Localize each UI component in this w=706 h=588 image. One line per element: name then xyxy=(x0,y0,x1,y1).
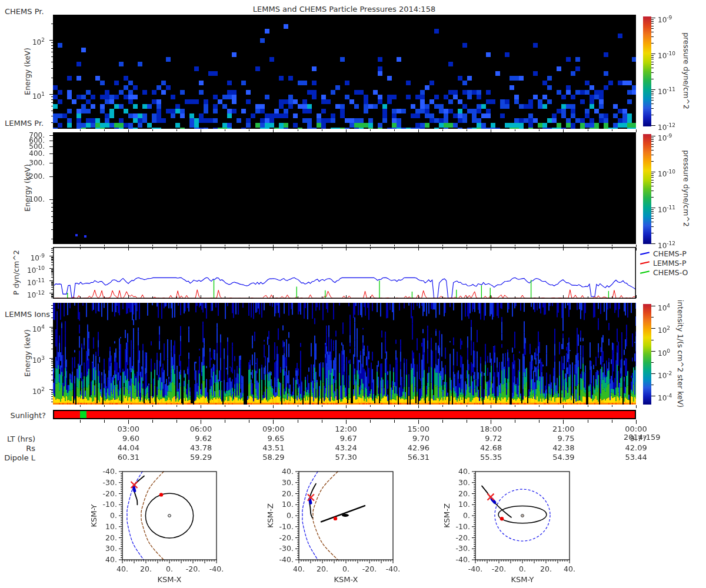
x-axis-label: KSM-Y xyxy=(511,575,534,584)
rs-value: 42.68 xyxy=(449,443,502,452)
x-tick-label: -20. xyxy=(492,564,506,573)
y-tick-label: 30. xyxy=(282,478,294,487)
lt-value: 9.70 xyxy=(377,434,429,443)
rs-value: 43.78 xyxy=(159,443,212,452)
rs-value: 43.51 xyxy=(232,443,285,452)
y-tick-label: 10. xyxy=(458,500,470,509)
y-tick-label: -10. xyxy=(456,522,470,531)
dipole-l-value: 59.29 xyxy=(159,453,212,462)
dipole-l-value: 56.31 xyxy=(377,453,429,462)
dipole-l-value: 55.35 xyxy=(449,453,502,462)
y-tick-label: 30. xyxy=(105,544,117,553)
time-tick-label: 03:00 xyxy=(86,425,139,433)
trajectory xyxy=(482,486,511,517)
lt-value: 9.67 xyxy=(304,434,357,443)
x-tick-label: 0. xyxy=(166,564,173,573)
y-axis-label: KSM-Z xyxy=(266,503,275,528)
y-tick-label: 10. xyxy=(282,500,294,509)
y-tick-label: 20. xyxy=(282,489,294,498)
saturn-rings xyxy=(342,514,348,517)
x-tick-label: -20. xyxy=(186,564,200,573)
y-tick-label: -40. xyxy=(103,467,117,476)
orbit-plot-ksmx-ksmz: 40.20.0.-20.-40.40.30.20.10.0.-10.-20.-3… xyxy=(265,467,412,587)
y-axis-label: KSM-Y xyxy=(89,504,98,527)
y-tick-label: -40. xyxy=(279,555,294,564)
x-axis-label: KSM-X xyxy=(334,575,358,584)
x-tick-label: -40. xyxy=(386,564,400,573)
titan-position xyxy=(334,517,337,520)
y-tick-label: -20. xyxy=(103,489,117,498)
dipole-l-value: 58.29 xyxy=(232,453,285,462)
bow-shock xyxy=(141,472,164,560)
y-tick-label: -30. xyxy=(103,478,117,487)
date-label: 2014-159 xyxy=(624,433,661,442)
x-axis-label: KSM-X xyxy=(158,575,182,584)
dipole-l-value: 53.44 xyxy=(594,453,647,462)
titan-position xyxy=(500,517,504,520)
x-tick-label: -20. xyxy=(362,564,377,573)
rs-value: 43.24 xyxy=(304,443,357,452)
time-tick-label: 06:00 xyxy=(159,425,212,433)
y-tick-label: -30. xyxy=(279,544,294,553)
y-tick-label: -20. xyxy=(279,533,294,542)
magnetopause xyxy=(495,489,550,541)
y-tick-label: 30. xyxy=(458,478,470,487)
plot-box xyxy=(122,472,217,560)
y-tick-label: 40. xyxy=(282,467,294,476)
y-tick-label: -40. xyxy=(456,555,470,564)
time-tick-label: 21:00 xyxy=(522,425,575,433)
time-tick-label: 00:00 xyxy=(594,425,647,433)
saturn xyxy=(168,514,171,517)
y-axis-label: KSM-Z xyxy=(442,503,451,528)
figure-root: LEMMS and CHEMS Particle Pressures 2014:… xyxy=(0,0,706,588)
dipole-l-value: 54.39 xyxy=(522,453,575,462)
lt-value: 9.75 xyxy=(522,434,575,443)
x-tick-label: 40. xyxy=(293,564,305,573)
saturn-center xyxy=(522,515,523,516)
dipole-l-value: 57.30 xyxy=(304,453,357,462)
y-tick-label: 20. xyxy=(105,533,117,542)
x-tick-label: 0. xyxy=(342,564,349,573)
titan-orbit xyxy=(145,493,193,538)
y-tick-label: -30. xyxy=(456,544,470,553)
x-tick-label: 20. xyxy=(540,564,552,573)
y-tick-label: -10. xyxy=(103,500,117,509)
x-tick-label: -40. xyxy=(209,564,224,573)
titan-position xyxy=(159,493,163,496)
titan-orbit-edge-on xyxy=(321,506,365,522)
lt-value: 9.62 xyxy=(159,434,212,443)
y-tick-label: -10. xyxy=(279,522,294,531)
y-tick-label: 0. xyxy=(287,511,294,520)
x-tick-label: 20. xyxy=(140,564,152,573)
rs-value: 42.09 xyxy=(594,443,647,452)
current-day-segment xyxy=(134,487,135,491)
rs-value: 42.38 xyxy=(522,443,575,452)
x-tick-label: -40. xyxy=(468,564,482,573)
y-tick-label: 0. xyxy=(463,511,470,520)
y-tick-label: 0. xyxy=(110,511,117,520)
lt-value: 9.60 xyxy=(86,434,139,443)
x-tick-label: 40. xyxy=(116,564,128,573)
lt-value: 9.72 xyxy=(449,434,502,443)
bow-shock xyxy=(313,472,338,560)
rs-value: 44.04 xyxy=(86,443,139,452)
y-tick-label: 40. xyxy=(105,555,117,564)
time-tick-label: 18:00 xyxy=(449,425,502,433)
y-tick-label: -20. xyxy=(456,533,470,542)
time-tick-label: 09:00 xyxy=(232,425,285,433)
rs-value: 42.96 xyxy=(377,443,429,452)
time-tick-label: 15:00 xyxy=(377,425,429,433)
x-tick-label: 20. xyxy=(317,564,328,573)
y-tick-label: 10. xyxy=(105,522,117,531)
x-tick-label: 0. xyxy=(519,564,526,573)
y-tick-label: 40. xyxy=(458,467,470,476)
dipole-l-value: 60.31 xyxy=(86,453,139,462)
x-tick-label: 40. xyxy=(564,564,575,573)
orbit-plot-ksmx-ksmy: 40.20.0.-20.-40.-40.-30.-20.-10.0.10.20.… xyxy=(88,467,235,587)
time-tick-label: 12:00 xyxy=(304,425,357,433)
current-day-segment xyxy=(309,499,311,503)
orbit-plot-ksmy-ksmz: -40.-20.0.20.40.40.30.20.10.0.-10.-20.-3… xyxy=(441,467,588,587)
lt-value: 9.65 xyxy=(232,434,285,443)
y-tick-label: 20. xyxy=(458,489,470,498)
